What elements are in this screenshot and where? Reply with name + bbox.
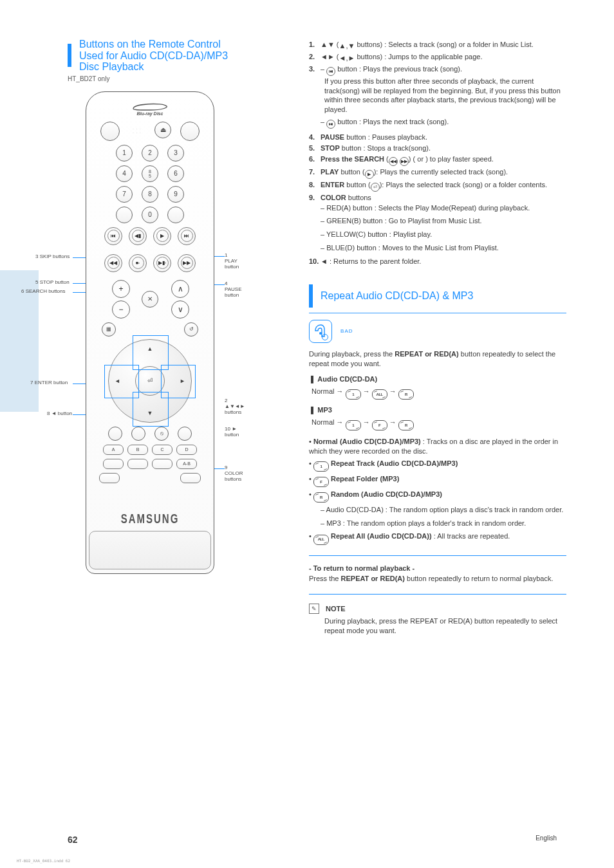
callout-pause-text: PAUSE button: [225, 286, 242, 298]
keypad-0[interactable]: 0: [142, 207, 158, 223]
step6-kw: Press the SEARCH: [321, 155, 384, 163]
repeat-heading: Repeat Audio CD(CD-DA) & MP3: [309, 284, 566, 308]
eject-button[interactable]: ⏏: [154, 122, 171, 138]
blank-button-1[interactable]: [116, 207, 133, 223]
keypad-6[interactable]: 6: [167, 165, 184, 182]
callout-play-text: PLAY button: [225, 258, 239, 270]
play-button[interactable]: ▶: [153, 227, 171, 245]
red-a-button[interactable]: A: [103, 445, 124, 455]
disc-badge: [309, 320, 332, 343]
step6-txt: ( or ) to play faster speed.: [413, 155, 494, 163]
callout-right: 10 ► button: [225, 426, 239, 438]
dpad-group: ▲ ▼ ◄ ► ⏎: [108, 339, 192, 423]
extra-pill-2[interactable]: [127, 459, 148, 469]
rep-random-cd: – Audio CD(CD-DA) : The random option pl…: [321, 505, 566, 515]
cd-seq-normal: Normal: [312, 387, 334, 395]
pause-button[interactable]: ▶▮◦: [153, 254, 171, 272]
corner-code: HT-BD2_XAA_0403.indd 62: [17, 858, 70, 863]
callout-left-num: 8: [47, 411, 50, 416]
keypad-7[interactable]: 7: [116, 186, 133, 203]
step3-btn: button : Plays the previous track (song)…: [335, 65, 462, 73]
mute-button[interactable]: ✕: [142, 291, 158, 308]
left-heading-line1: Buttons on the Remote Control: [79, 39, 221, 50]
step5-txt: button : Stops a track(song).: [340, 144, 431, 152]
keypad-5[interactable]: 85: [142, 165, 158, 182]
return-button[interactable]: ↺: [184, 322, 198, 337]
cd-sequence: Normal → 1 → ALL → R: [312, 387, 566, 400]
step8-txt: button (: [344, 181, 370, 189]
search-fwd-button[interactable]: ▶▶: [178, 254, 196, 272]
bluray-logo: Blu-ray Disc: [124, 102, 176, 118]
step7-kw: PLAY: [321, 168, 339, 176]
repeat-track-icon-2: 1: [346, 420, 361, 430]
power-button[interactable]: [100, 122, 120, 141]
keypad-3[interactable]: 3: [167, 145, 184, 162]
step3-btn2: button : Plays the next track (song).: [335, 118, 449, 125]
keypad-1[interactable]: 1: [116, 145, 133, 162]
menu-c-button[interactable]: ⦸: [154, 427, 169, 441]
callout-right-text: button: [225, 432, 239, 438]
step5-kw: STOP: [321, 144, 340, 152]
skip-fwd-button[interactable]: ⏭: [178, 227, 196, 245]
callout-pause-num: 4: [225, 281, 227, 286]
blank-button-2[interactable]: [167, 207, 184, 223]
search-fwd-icon: ▶▶: [400, 157, 409, 166]
search-back-button[interactable]: ◀◀: [104, 254, 122, 272]
step-back-button[interactable]: ◀▮: [129, 227, 147, 245]
mp3-head: MP3: [317, 406, 332, 414]
step4-kw: PAUSE: [321, 133, 344, 141]
section-rule-2: [309, 594, 566, 595]
keypad-9[interactable]: 9: [167, 186, 184, 203]
extra-pill-5[interactable]: [180, 473, 201, 483]
rep-folder-icon: F: [313, 477, 329, 487]
vol-down-button[interactable]: −: [112, 300, 130, 319]
callout-skip-text: SKIP buttons: [40, 254, 70, 259]
rep-folder-lbl: Repeat Folder (MP3): [331, 475, 399, 483]
disc-label: BAD: [340, 328, 353, 333]
step7-txt: button (: [339, 168, 364, 176]
color-button-row: A B C D: [86, 445, 214, 455]
step6-num: 6.: [309, 154, 321, 166]
extra-pill-1[interactable]: [103, 459, 124, 469]
step9-yellow: – YELLOW(C) button : Playlist play.: [321, 230, 566, 239]
section-rule: [309, 555, 566, 556]
callout-color-text: COLOR buttons: [225, 470, 243, 482]
return-line1: - To return to normal playback -: [309, 564, 566, 573]
ab-button[interactable]: A-B: [176, 459, 197, 469]
callout-skip-num: 3: [35, 254, 38, 259]
extra-pill-3[interactable]: [152, 459, 172, 469]
yellow-c-button[interactable]: C: [152, 445, 172, 455]
stop-button[interactable]: ■◦: [129, 254, 147, 272]
step1-txt: : Selects a track (song) or a folder in …: [382, 41, 534, 48]
keypad-2[interactable]: 2: [142, 145, 158, 162]
keypad-8[interactable]: 8: [142, 186, 158, 203]
rep-random-lbl: Random (Audio CD(CD-DA)/MP3): [331, 490, 442, 498]
return-line2a: Press the: [309, 575, 341, 582]
step10-txt: : Returns to the parent folder.: [328, 257, 422, 265]
green-b-button[interactable]: B: [127, 445, 148, 455]
grid-button[interactable]: ▦: [102, 322, 116, 337]
ch-up-button[interactable]: ∧: [171, 280, 189, 298]
extra-pill-4[interactable]: [99, 473, 120, 483]
repeat-random-icon-2: R: [398, 420, 414, 430]
menu-d-button[interactable]: [178, 427, 192, 441]
callout-enter-text: ENTER button: [35, 380, 68, 385]
skip-back-button[interactable]: ⏮: [104, 227, 122, 245]
step1-num: 1.: [309, 40, 321, 51]
blue-d-button[interactable]: D: [176, 445, 197, 455]
ch-down-button[interactable]: ∨: [171, 300, 189, 319]
repeat-rule: [309, 313, 566, 313]
menu-a-button[interactable]: [108, 427, 122, 441]
step7-num: 7.: [309, 167, 321, 179]
left-column: Buttons on the Remote Control Used for A…: [68, 39, 235, 574]
vol-up-button[interactable]: +: [112, 280, 130, 298]
menu-b-button[interactable]: [131, 427, 145, 441]
aux-button[interactable]: [180, 122, 200, 141]
callout-enter: 7 ENTER button: [30, 380, 68, 385]
callout-left: 8 ◄ button: [47, 411, 72, 416]
keypad-4[interactable]: 4: [116, 165, 133, 182]
repeat-track-icon: 1: [346, 389, 361, 400]
cd-head-glyph: ❚: [309, 374, 317, 383]
svg-point-0: [319, 332, 322, 335]
cd-head: Audio CD(CD-DA): [317, 375, 377, 383]
